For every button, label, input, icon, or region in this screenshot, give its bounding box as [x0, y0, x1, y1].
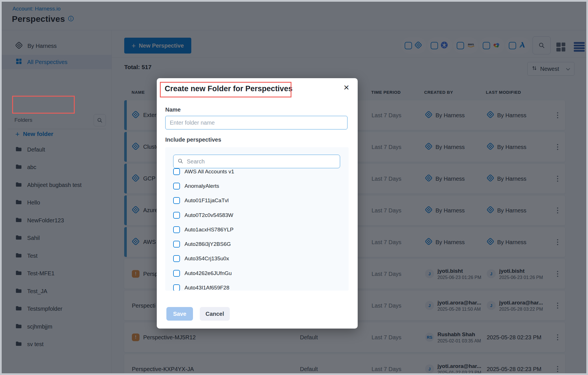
perspective-option-label: Auto0T2c0v54583W — [184, 212, 233, 218]
include-perspectives-label: Include perspectives — [165, 137, 221, 143]
perspective-option-label: Auto354Crj135u0x — [184, 255, 229, 262]
folder-name-input[interactable] — [165, 116, 347, 129]
cancel-button[interactable]: Cancel — [200, 307, 230, 321]
perspective-option-label: AnomalyAlerts — [184, 183, 219, 189]
perspective-option[interactable]: Auto0T2c0v54583W — [173, 208, 343, 222]
perspective-checkbox[interactable] — [173, 168, 180, 175]
perspective-option[interactable]: Auto4262e6JUfnGu — [173, 266, 343, 280]
close-icon[interactable]: × — [342, 82, 351, 92]
name-label: Name — [165, 106, 181, 113]
perspective-checkbox-list: AWS All Accounts v1AnomalyAlertsAuto01F1… — [173, 164, 343, 291]
perspective-option-label: Auto4262e6JUfnGu — [184, 270, 232, 276]
modal-search-input[interactable] — [186, 158, 340, 165]
perspective-checkbox[interactable] — [173, 183, 180, 189]
annotation-box-new-folder — [12, 96, 75, 114]
perspective-option[interactable]: Auto1acxHS786YLP — [173, 222, 343, 237]
perspective-option[interactable]: Auto286i3jY2BS6G — [173, 237, 343, 251]
search-icon — [177, 158, 183, 165]
perspective-option-label: AWS All Accounts v1 — [184, 169, 234, 175]
perspective-checkbox[interactable] — [173, 197, 180, 204]
perspective-checkbox[interactable] — [173, 255, 180, 262]
annotation-box-modal-title — [160, 82, 291, 97]
perspective-option[interactable]: AWS All Accounts v1 — [173, 164, 343, 179]
perspective-option[interactable]: AnomalyAlerts — [173, 179, 343, 193]
save-button[interactable]: Save — [166, 307, 193, 321]
perspectives-page: Account: Harness.io Perspectives By Harn… — [0, 0, 588, 375]
perspective-checkbox[interactable] — [173, 270, 180, 277]
perspective-checkbox[interactable] — [173, 212, 180, 219]
perspective-checkbox[interactable] — [173, 226, 180, 233]
perspective-option-label: Auto286i3jY2BS6G — [184, 241, 231, 247]
perspective-option[interactable]: Auto43I1Af659F28 — [173, 280, 343, 291]
perspective-checkbox[interactable] — [173, 284, 180, 291]
perspective-option[interactable]: Auto354Crj135u0x — [173, 252, 343, 266]
perspective-option[interactable]: Auto01F11jaCaTvl — [173, 193, 343, 208]
perspective-option-label: Auto01F11jaCaTvl — [184, 197, 229, 204]
perspective-option-label: Auto43I1Af659F28 — [184, 285, 229, 291]
perspective-picker-panel: AWS All Accounts v1AnomalyAlertsAuto01F1… — [165, 147, 349, 291]
perspective-option-label: Auto1acxHS786YLP — [184, 227, 233, 233]
perspective-checkbox[interactable] — [173, 241, 180, 248]
create-folder-modal: Create new Folder for Perspectives × Nam… — [157, 78, 358, 329]
